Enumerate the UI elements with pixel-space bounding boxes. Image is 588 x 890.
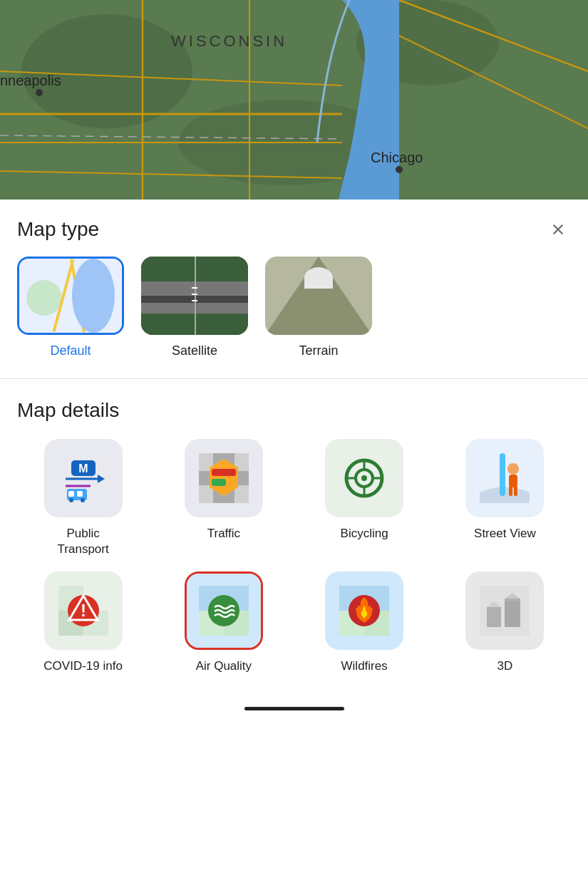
detail-traffic[interactable]: Traffic bbox=[158, 439, 289, 557]
details-grid: M bbox=[17, 439, 571, 695]
svg-rect-25 bbox=[77, 491, 83, 497]
detail-3d-label: 3D bbox=[497, 658, 513, 674]
detail-covid-label: COVID-19 info bbox=[43, 658, 123, 674]
street-view-svg bbox=[480, 453, 530, 503]
svg-point-44 bbox=[507, 463, 519, 475]
map-details-section: Map details M bbox=[17, 379, 571, 695]
map-type-terrain-thumb bbox=[265, 257, 372, 335]
svg-point-17 bbox=[396, 166, 403, 173]
panel-title: Map type bbox=[17, 218, 99, 241]
wildfires-svg bbox=[339, 586, 389, 636]
detail-bicycling[interactable]: Bicycling bbox=[299, 439, 430, 557]
svg-rect-45 bbox=[509, 475, 517, 487]
map-type-satellite-label: Satellite bbox=[172, 343, 217, 358]
detail-street-view-label: Street View bbox=[474, 526, 536, 542]
svg-point-26 bbox=[69, 498, 73, 502]
close-icon bbox=[550, 221, 567, 238]
map-type-terrain-label: Terrain bbox=[299, 343, 338, 358]
detail-public-transport-label: PublicTransport bbox=[58, 526, 109, 557]
details-title: Map details bbox=[17, 399, 571, 422]
detail-covid-icon: ! bbox=[44, 571, 123, 650]
map-type-row: Default Satellite bbox=[17, 257, 571, 378]
detail-covid[interactable]: ! COVID-19 info bbox=[17, 571, 149, 674]
svg-text:Chicago: Chicago bbox=[371, 150, 423, 165]
detail-street-view-icon bbox=[465, 439, 544, 517]
svg-text:!: ! bbox=[81, 601, 86, 620]
svg-rect-43 bbox=[500, 453, 505, 496]
map-type-satellite-thumb bbox=[141, 257, 248, 335]
map-type-terrain[interactable]: Terrain bbox=[265, 257, 372, 358]
close-button[interactable] bbox=[545, 217, 571, 242]
map-svg: WISCONSIN nneapolis Chicago bbox=[0, 0, 588, 200]
map-type-default[interactable]: Default bbox=[17, 257, 124, 358]
traffic-svg bbox=[199, 453, 249, 503]
svg-rect-32 bbox=[212, 469, 236, 476]
svg-text:WISCONSIN: WISCONSIN bbox=[171, 32, 287, 50]
detail-wildfires-icon bbox=[325, 571, 403, 650]
detail-wildfires-label: Wildfires bbox=[341, 658, 388, 674]
svg-rect-24 bbox=[68, 491, 74, 497]
detail-public-transport[interactable]: M bbox=[17, 439, 149, 557]
3d-svg bbox=[480, 586, 530, 636]
detail-public-transport-icon: M bbox=[44, 439, 123, 517]
svg-point-15 bbox=[36, 89, 43, 96]
map-type-default-label: Default bbox=[50, 343, 91, 358]
panel-header: Map type bbox=[17, 200, 571, 257]
detail-3d[interactable]: 3D bbox=[439, 571, 571, 674]
detail-traffic-label: Traffic bbox=[207, 526, 240, 542]
svg-point-27 bbox=[81, 498, 85, 502]
detail-wildfires[interactable]: Wildfires bbox=[299, 571, 430, 674]
bicycling-svg bbox=[339, 453, 389, 503]
detail-air-quality[interactable]: Air Quality bbox=[158, 571, 289, 674]
bottom-bar bbox=[0, 695, 588, 728]
detail-bicycling-icon bbox=[325, 439, 403, 517]
covid-svg: ! bbox=[58, 586, 108, 636]
detail-traffic-icon bbox=[185, 439, 263, 517]
detail-bicycling-label: Bicycling bbox=[341, 526, 388, 542]
svg-rect-64 bbox=[487, 607, 501, 627]
detail-street-view[interactable]: Street View bbox=[439, 439, 571, 557]
svg-point-41 bbox=[361, 475, 367, 481]
map-type-default-thumb bbox=[17, 257, 124, 335]
map-type-satellite[interactable]: Satellite bbox=[141, 257, 248, 358]
svg-rect-33 bbox=[212, 479, 226, 486]
detail-3d-icon bbox=[465, 571, 544, 650]
svg-text:M: M bbox=[78, 462, 88, 475]
home-indicator bbox=[244, 707, 344, 710]
svg-marker-21 bbox=[98, 475, 105, 483]
map-view[interactable]: WISCONSIN nneapolis Chicago bbox=[0, 0, 588, 200]
svg-point-1 bbox=[21, 14, 192, 128]
map-options-panel: Map type Default bbox=[0, 200, 588, 695]
detail-air-quality-icon bbox=[185, 571, 263, 650]
svg-rect-47 bbox=[514, 486, 517, 496]
detail-air-quality-label: Air Quality bbox=[196, 658, 252, 674]
svg-rect-46 bbox=[509, 486, 512, 496]
svg-rect-66 bbox=[505, 599, 520, 627]
public-transport-svg: M bbox=[58, 453, 108, 503]
svg-rect-68 bbox=[505, 599, 520, 601]
air-quality-svg bbox=[199, 586, 249, 636]
svg-text:nneapolis: nneapolis bbox=[0, 73, 61, 88]
